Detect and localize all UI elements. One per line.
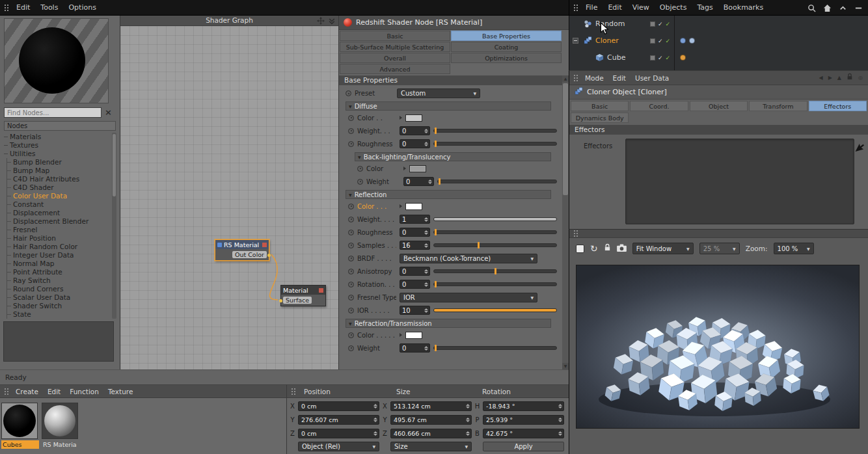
visibility-check-icon[interactable]: ✓ xyxy=(658,21,663,27)
tree-item-point-attribute[interactable]: Point Attribute xyxy=(7,268,111,276)
weight-slider[interactable] xyxy=(433,217,557,221)
tree-item-integer-user-data[interactable]: Integer User Data xyxy=(7,251,111,260)
panel-handle-icon[interactable] xyxy=(4,388,10,395)
stepper-icon[interactable] xyxy=(466,404,471,408)
tree-item-c4d-hair-attributes[interactable]: C4D Hair Attributes xyxy=(7,175,111,183)
keyframe-dot[interactable] xyxy=(357,179,363,185)
menu-item-edit[interactable]: Edit xyxy=(603,0,627,16)
input-port-icon[interactable] xyxy=(279,299,282,302)
tab-basic[interactable]: Basic xyxy=(340,31,450,41)
menu-item-texture[interactable]: Texture xyxy=(103,385,137,398)
stepper-icon[interactable] xyxy=(558,431,563,436)
keyframe-dot[interactable] xyxy=(348,128,354,134)
visibility-check-icon[interactable]: ✓ xyxy=(658,38,663,44)
keyframe-dot[interactable] xyxy=(348,308,354,314)
slider-handle[interactable] xyxy=(495,268,496,274)
keyframe-dot[interactable] xyxy=(348,269,354,274)
tree-item-scalar-user-data[interactable]: Scalar User Data xyxy=(7,293,111,302)
tree-item-ray-switch[interactable]: Ray Switch xyxy=(7,276,111,285)
menu-item-bookmarks[interactable]: Bookmarks xyxy=(718,0,768,16)
slider-handle[interactable] xyxy=(435,140,437,147)
tree-item-shader-switch[interactable]: Shader Switch xyxy=(7,302,111,310)
lock-icon[interactable] xyxy=(604,243,611,254)
tab-object[interactable]: Object xyxy=(690,101,748,111)
clear-search-icon[interactable]: × xyxy=(105,108,112,117)
tree-item-bump-blender[interactable]: Bump Blender xyxy=(7,158,111,167)
tree-item-hair-random-color[interactable]: Hair Random Color xyxy=(7,243,111,251)
tree-group-utilities[interactable]: Utilities xyxy=(3,150,111,158)
stepper-icon[interactable] xyxy=(373,404,379,408)
roughness-input[interactable]: 0 xyxy=(400,228,430,237)
scroll-up-icon[interactable]: ▲ xyxy=(562,75,569,82)
color-swatch[interactable] xyxy=(409,165,426,172)
slider-handle[interactable] xyxy=(478,242,480,248)
tab-dynamics-body[interactable]: Dynamics Body xyxy=(571,113,629,123)
y-position-field[interactable]: 276.607 cm xyxy=(298,415,379,425)
minus-icon[interactable] xyxy=(854,4,863,12)
out-color-port-chip[interactable]: Out Color xyxy=(232,251,267,258)
search-icon[interactable] xyxy=(807,4,816,12)
samples-input[interactable]: 16 xyxy=(400,241,430,250)
camera-icon[interactable] xyxy=(617,244,627,254)
refresh-icon[interactable]: ↻ xyxy=(590,244,598,253)
keyframe-dot[interactable] xyxy=(348,115,354,121)
samples-slider[interactable] xyxy=(433,243,557,247)
rotation-slider[interactable] xyxy=(433,282,557,286)
effectors-list-box[interactable] xyxy=(625,139,854,224)
keyframe-dot[interactable] xyxy=(348,217,354,222)
stepper-icon[interactable] xyxy=(558,404,563,408)
keyframe-dot[interactable] xyxy=(357,166,363,172)
tree-item-displacement[interactable]: Displacement xyxy=(7,209,111,217)
keyframe-dot[interactable] xyxy=(348,295,354,300)
group-header-reflection[interactable]: ▼Reflection xyxy=(346,190,551,199)
x-position-field[interactable]: 0 cm xyxy=(298,401,379,411)
roughness-slider[interactable] xyxy=(433,230,557,234)
tree-scrollbar[interactable] xyxy=(112,133,116,319)
tree-group-textures[interactable]: Textures xyxy=(3,141,111,150)
group-header-refraction-transmission[interactable]: ▼Refraction/Transmission xyxy=(346,319,551,328)
menu-item-options[interactable]: Options xyxy=(63,0,101,16)
material-name[interactable]: RS Materia xyxy=(42,440,79,449)
panel-handle-icon[interactable] xyxy=(291,388,297,395)
stepper-icon[interactable] xyxy=(424,142,429,146)
menu-item-tags[interactable]: Tags xyxy=(692,0,718,16)
size-dropdown[interactable]: Size▼ xyxy=(390,442,472,451)
menu-item-function[interactable]: Function xyxy=(65,385,103,398)
roughness-input[interactable]: 0 xyxy=(400,139,430,148)
tree-item-hair-position[interactable]: Hair Position xyxy=(7,234,111,243)
group-header-back-lighting-translucency[interactable]: ▼Back-lighting/Translucency xyxy=(355,152,551,161)
b-rotation-field[interactable]: 42.675 ° xyxy=(483,429,564,438)
find-nodes-input[interactable] xyxy=(4,107,102,118)
keyframe-dot[interactable] xyxy=(348,141,354,147)
up-arrow-icon[interactable]: ▲ xyxy=(837,75,841,81)
target-icon[interactable]: ◎ xyxy=(858,75,863,81)
menu-item-mode[interactable]: Mode xyxy=(580,71,608,85)
tab-coating[interactable]: Coating xyxy=(451,42,562,52)
weight-input[interactable]: 0 xyxy=(400,126,430,135)
preset-dropdown[interactable]: Custom ▼ xyxy=(397,88,480,98)
stepper-icon[interactable] xyxy=(373,431,379,436)
menu-item-view[interactable]: View xyxy=(627,0,655,16)
material-thumbnail[interactable] xyxy=(1,403,38,439)
stepper-icon[interactable] xyxy=(424,129,429,133)
object-row-cube[interactable]: Cube✓✓ xyxy=(569,49,868,66)
shader-graph-canvas[interactable]: RS Material Out Color Material Surface xyxy=(120,26,338,369)
scrollbar-thumb[interactable] xyxy=(113,134,116,196)
enabled-check-icon[interactable]: ✓ xyxy=(666,21,671,27)
tab-basic[interactable]: Basic xyxy=(571,101,629,111)
keyframe-dot[interactable] xyxy=(348,332,354,338)
pick-arrow-icon[interactable] xyxy=(852,141,866,153)
keyframe-dot[interactable] xyxy=(348,204,354,209)
z-size-field[interactable]: 460.666 cm xyxy=(390,429,472,438)
tag-icon[interactable] xyxy=(680,55,686,60)
brdf-dropdown[interactable]: Beckmann (Cook-Torrance)▼ xyxy=(400,254,537,263)
tree-item-c4d-shader[interactable]: C4D Shader xyxy=(7,183,111,192)
object-row-cloner[interactable]: Cloner✓✓ xyxy=(569,33,868,49)
menu-item-tools[interactable]: Tools xyxy=(35,0,63,16)
forward-arrow-icon[interactable]: ▶ xyxy=(828,75,832,81)
tag-icon[interactable] xyxy=(680,38,686,44)
lock-icon[interactable] xyxy=(847,73,853,83)
tab-base-properties[interactable]: Base Properties xyxy=(451,31,562,41)
weight-input[interactable]: 1 xyxy=(400,215,430,224)
scroll-down-icon[interactable]: ▼ xyxy=(562,363,569,369)
